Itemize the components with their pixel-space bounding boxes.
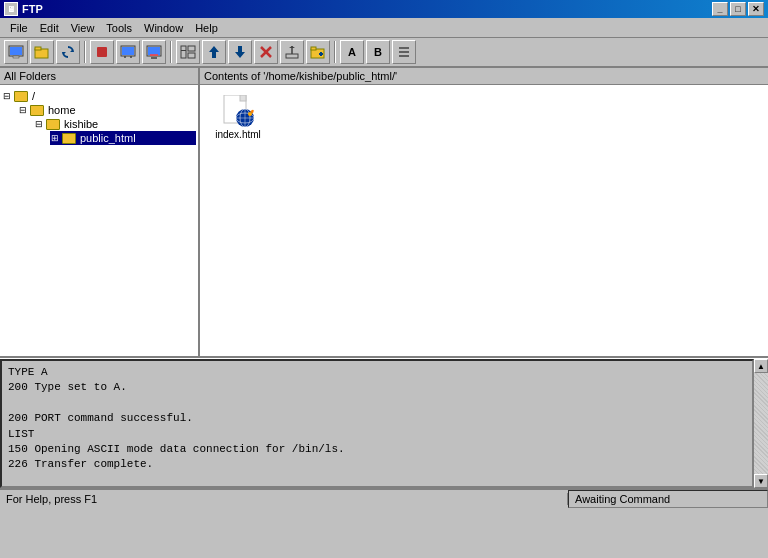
title-bar: 🖥 FTP _ □ ✕ <box>0 0 768 18</box>
download-button[interactable] <box>228 40 252 64</box>
tree-label-public-html[interactable]: public_html <box>80 132 136 144</box>
refresh-button[interactable] <box>56 40 80 64</box>
open-button[interactable] <box>30 40 54 64</box>
title-text: FTP <box>22 3 43 15</box>
panels: All Folders ⊟ / ⊟ home <box>0 68 768 358</box>
btn-a[interactable]: A <box>340 40 364 64</box>
status-bar: For Help, press F1 Awaiting Command <box>0 488 768 508</box>
status-right: Awaiting Command <box>568 490 768 508</box>
svg-rect-18 <box>188 46 195 51</box>
svg-marker-20 <box>209 46 219 58</box>
expand-icon-kishibe: ⊟ <box>34 119 44 129</box>
maximize-button[interactable]: □ <box>730 2 746 16</box>
tree-item-kishibe[interactable]: ⊟ kishibe ⊞ <box>34 117 196 145</box>
svg-rect-36 <box>240 95 246 101</box>
tree-item-public-html[interactable]: ⊞ public_html <box>50 131 196 145</box>
log-area: TYPE A 200 Type set to A. 200 PORT comma… <box>0 358 768 488</box>
app-icon: 🖥 <box>4 2 18 16</box>
expand-icon-root: ⊟ <box>2 91 12 101</box>
menu-window[interactable]: Window <box>138 20 189 36</box>
menu-tools[interactable]: Tools <box>100 20 138 36</box>
svg-rect-24 <box>286 54 298 58</box>
svg-rect-28 <box>311 47 316 50</box>
log-line-6: 150 Opening ASCII mode data connection f… <box>8 442 746 457</box>
folder-tree[interactable]: ⊟ / ⊟ home <box>0 85 198 356</box>
folder-tree-header: All Folders <box>0 68 198 85</box>
svg-rect-1 <box>10 47 22 55</box>
close-button[interactable]: ✕ <box>748 2 764 16</box>
connect-button[interactable] <box>116 40 140 64</box>
separator-3 <box>334 41 336 63</box>
svg-point-42 <box>248 112 252 116</box>
svg-rect-13 <box>148 47 160 55</box>
file-name-index-html: index.html <box>215 129 261 140</box>
title-buttons: _ □ ✕ <box>712 2 764 16</box>
svg-rect-2 <box>13 56 19 58</box>
svg-marker-21 <box>235 46 245 58</box>
scroll-up-button[interactable]: ▲ <box>754 359 768 373</box>
toolbar: A B <box>0 38 768 68</box>
scroll-down-button[interactable]: ▼ <box>754 474 768 488</box>
expand-icon-public-html: ⊞ <box>50 133 60 143</box>
log-scrollbar: ▲ ▼ <box>754 359 768 488</box>
svg-rect-4 <box>35 47 41 50</box>
log-line-4: 200 PORT command successful. <box>8 411 746 426</box>
tree-item-root[interactable]: ⊟ / ⊟ home <box>2 89 196 145</box>
settings-button[interactable] <box>176 40 200 64</box>
menu-help[interactable]: Help <box>189 20 224 36</box>
menu-bar: File Edit View Tools Window Help <box>0 18 768 38</box>
btn-list[interactable] <box>392 40 416 64</box>
new-connection-button[interactable] <box>4 40 28 64</box>
contents-header: Contents of '/home/kishibe/public_html/' <box>200 68 768 85</box>
menu-file[interactable]: File <box>4 20 34 36</box>
log-line-3 <box>8 396 746 411</box>
new-folder-button[interactable] <box>306 40 330 64</box>
log-line-7: 226 Transfer complete. <box>8 457 746 472</box>
title-bar-left: 🖥 FTP <box>4 2 43 16</box>
svg-rect-19 <box>188 53 195 58</box>
svg-rect-16 <box>181 46 186 58</box>
tree-label-kishibe[interactable]: kishibe <box>64 118 98 130</box>
menu-edit[interactable]: Edit <box>34 20 65 36</box>
disconnect-button[interactable] <box>142 40 166 64</box>
menu-view[interactable]: View <box>65 20 101 36</box>
svg-rect-17 <box>181 50 186 51</box>
minimize-button[interactable]: _ <box>712 2 728 16</box>
right-panel: Contents of '/home/kishibe/public_html/' <box>200 68 768 356</box>
scroll-track[interactable] <box>754 373 768 474</box>
log-line-5: LIST <box>8 427 746 442</box>
file-item-index-html[interactable]: index.html <box>208 93 268 142</box>
status-left: For Help, press F1 <box>0 493 568 505</box>
separator-2 <box>170 41 172 63</box>
svg-rect-7 <box>97 47 107 57</box>
file-icon-index-html <box>222 95 254 127</box>
log-line-2: 200 Type set to A. <box>8 380 746 395</box>
svg-rect-9 <box>122 47 134 55</box>
btn-b[interactable]: B <box>366 40 390 64</box>
tree-label-root[interactable]: / <box>32 90 35 102</box>
tree-item-home[interactable]: ⊟ home ⊟ kishibe <box>18 103 196 145</box>
separator-1 <box>84 41 86 63</box>
svg-marker-26 <box>289 46 295 48</box>
stop-button[interactable] <box>90 40 114 64</box>
delete-button[interactable] <box>254 40 278 64</box>
log-line-1: TYPE A <box>8 365 746 380</box>
left-panel: All Folders ⊟ / ⊟ home <box>0 68 200 356</box>
file-list[interactable]: index.html <box>200 85 768 356</box>
expand-icon-home: ⊟ <box>18 105 28 115</box>
log-content[interactable]: TYPE A 200 Type set to A. 200 PORT comma… <box>0 359 754 488</box>
rename-button[interactable] <box>280 40 304 64</box>
tree-label-home[interactable]: home <box>48 104 76 116</box>
upload-button[interactable] <box>202 40 226 64</box>
